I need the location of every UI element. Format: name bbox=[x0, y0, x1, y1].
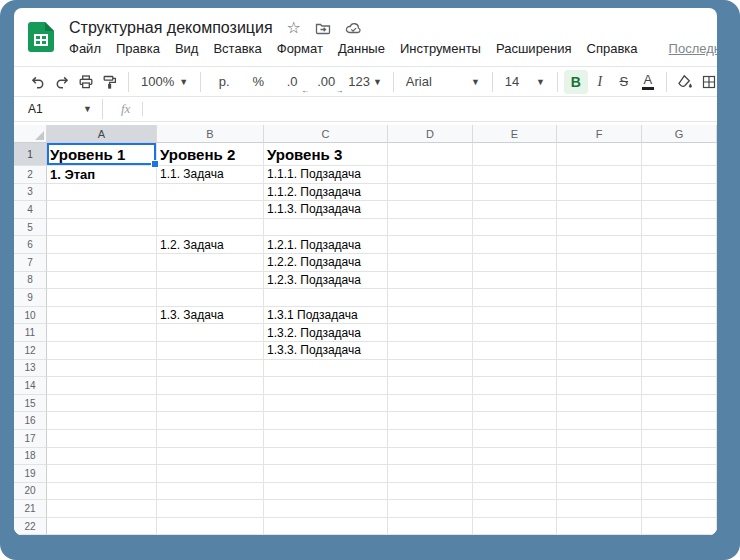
cell-C12[interactable]: 1.3.3. Подзадача bbox=[264, 342, 388, 360]
cell-D15[interactable] bbox=[388, 395, 473, 413]
cell-A4[interactable] bbox=[47, 201, 157, 219]
row-header-2[interactable]: 2 bbox=[14, 166, 47, 184]
cell-D21[interactable] bbox=[388, 500, 473, 518]
row-header-17[interactable]: 17 bbox=[14, 430, 47, 448]
cell-C4[interactable]: 1.1.3. Подзадача bbox=[264, 201, 388, 219]
cell-A3[interactable] bbox=[47, 184, 157, 202]
cell-G2[interactable] bbox=[642, 166, 717, 184]
cell-D8[interactable] bbox=[388, 272, 473, 290]
cell-B6[interactable]: 1.2. Задача bbox=[157, 236, 264, 254]
cell-E12[interactable] bbox=[473, 342, 557, 360]
row-header-3[interactable]: 3 bbox=[14, 184, 47, 202]
cell-C15[interactable] bbox=[264, 395, 388, 413]
print-button[interactable] bbox=[74, 70, 98, 94]
row-header-5[interactable]: 5 bbox=[14, 219, 47, 237]
cell-F19[interactable] bbox=[557, 465, 642, 483]
cell-E9[interactable] bbox=[473, 289, 557, 307]
column-header-A[interactable]: A bbox=[47, 125, 157, 143]
sheets-logo[interactable] bbox=[28, 22, 54, 52]
cell-E19[interactable] bbox=[473, 465, 557, 483]
row-header-20[interactable]: 20 bbox=[14, 483, 47, 501]
fill-color-button[interactable] bbox=[673, 70, 697, 94]
cell-C5[interactable] bbox=[264, 219, 388, 237]
cell-B5[interactable] bbox=[157, 219, 264, 237]
cell-A13[interactable] bbox=[47, 360, 157, 378]
cell-B12[interactable] bbox=[157, 342, 264, 360]
cell-G22[interactable] bbox=[642, 518, 717, 535]
cell-C22[interactable] bbox=[264, 518, 388, 535]
cell-B14[interactable] bbox=[157, 377, 264, 395]
cell-G8[interactable] bbox=[642, 272, 717, 290]
cell-C16[interactable] bbox=[264, 412, 388, 430]
cell-G17[interactable] bbox=[642, 430, 717, 448]
cell-F18[interactable] bbox=[557, 448, 642, 466]
cell-D19[interactable] bbox=[388, 465, 473, 483]
cell-F10[interactable] bbox=[557, 307, 642, 325]
borders-button[interactable] bbox=[697, 70, 717, 94]
cell-E6[interactable] bbox=[473, 236, 557, 254]
document-title[interactable]: Структурная декомпозиция bbox=[69, 19, 273, 37]
cell-F22[interactable] bbox=[557, 518, 642, 535]
move-folder-icon[interactable] bbox=[315, 20, 331, 36]
cell-B1[interactable]: Уровень 2 bbox=[157, 143, 264, 166]
cell-B2[interactable]: 1.1. Задача bbox=[157, 166, 264, 184]
cell-A12[interactable] bbox=[47, 342, 157, 360]
row-header-1[interactable]: 1 bbox=[14, 143, 47, 166]
cell-C1[interactable]: Уровень 3 bbox=[264, 143, 388, 166]
cell-B16[interactable] bbox=[157, 412, 264, 430]
cell-B21[interactable] bbox=[157, 500, 264, 518]
cell-E4[interactable] bbox=[473, 201, 557, 219]
cell-F2[interactable] bbox=[557, 166, 642, 184]
cell-F1[interactable] bbox=[557, 143, 642, 166]
cell-A2[interactable]: 1. Этап bbox=[47, 166, 157, 184]
row-header-19[interactable]: 19 bbox=[14, 465, 47, 483]
cell-A20[interactable] bbox=[47, 483, 157, 501]
cell-D12[interactable] bbox=[388, 342, 473, 360]
cell-F11[interactable] bbox=[557, 324, 642, 342]
row-header-12[interactable]: 12 bbox=[14, 342, 47, 360]
cell-G19[interactable] bbox=[642, 465, 717, 483]
cell-B19[interactable] bbox=[157, 465, 264, 483]
cell-E18[interactable] bbox=[473, 448, 557, 466]
cell-D6[interactable] bbox=[388, 236, 473, 254]
cell-G4[interactable] bbox=[642, 201, 717, 219]
cell-C7[interactable]: 1.2.2. Подзадача bbox=[264, 254, 388, 272]
row-header-11[interactable]: 11 bbox=[14, 324, 47, 342]
cell-C2[interactable]: 1.1.1. Подзадача bbox=[264, 166, 388, 184]
strikethrough-button[interactable]: S bbox=[612, 70, 636, 94]
more-formats-button[interactable]: 123▼ bbox=[343, 70, 387, 94]
italic-button[interactable]: I bbox=[588, 70, 612, 94]
row-header-16[interactable]: 16 bbox=[14, 412, 47, 430]
cell-F6[interactable] bbox=[557, 236, 642, 254]
cell-F20[interactable] bbox=[557, 483, 642, 501]
percent-format-button[interactable]: % bbox=[241, 70, 275, 94]
cell-A21[interactable] bbox=[47, 500, 157, 518]
cell-C20[interactable] bbox=[264, 483, 388, 501]
cell-F5[interactable] bbox=[557, 219, 642, 237]
cell-C18[interactable] bbox=[264, 448, 388, 466]
row-header-10[interactable]: 10 bbox=[14, 307, 47, 325]
cell-F21[interactable] bbox=[557, 500, 642, 518]
cell-A8[interactable] bbox=[47, 272, 157, 290]
cell-B10[interactable]: 1.3. Задача bbox=[157, 307, 264, 325]
cell-E8[interactable] bbox=[473, 272, 557, 290]
increase-decimals-button[interactable]: .00→ bbox=[309, 70, 343, 94]
cell-A5[interactable] bbox=[47, 219, 157, 237]
menu-help[interactable]: Справка bbox=[587, 41, 638, 56]
cell-A10[interactable] bbox=[47, 307, 157, 325]
cell-D4[interactable] bbox=[388, 201, 473, 219]
cell-E13[interactable] bbox=[473, 360, 557, 378]
cell-G9[interactable] bbox=[642, 289, 717, 307]
font-select[interactable]: Arial▼ bbox=[402, 70, 484, 94]
cell-B7[interactable] bbox=[157, 254, 264, 272]
row-header-15[interactable]: 15 bbox=[14, 395, 47, 413]
menu-data[interactable]: Данные bbox=[338, 41, 385, 56]
cell-F14[interactable] bbox=[557, 377, 642, 395]
cell-F16[interactable] bbox=[557, 412, 642, 430]
cell-B13[interactable] bbox=[157, 360, 264, 378]
cell-E10[interactable] bbox=[473, 307, 557, 325]
cell-A11[interactable] bbox=[47, 324, 157, 342]
cell-D11[interactable] bbox=[388, 324, 473, 342]
cell-B15[interactable] bbox=[157, 395, 264, 413]
font-size-select[interactable]: 14▼ bbox=[499, 70, 551, 94]
